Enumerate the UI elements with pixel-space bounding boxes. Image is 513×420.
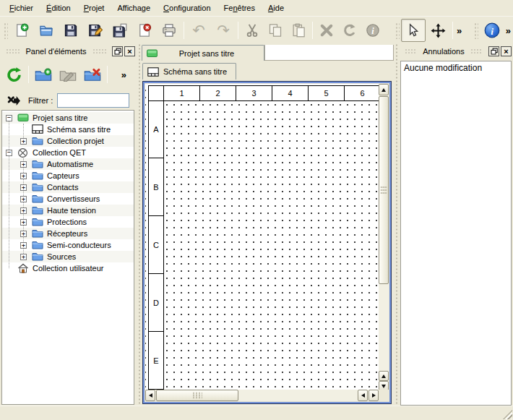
info-blue-icon: i <box>484 22 500 38</box>
tree-item-semi-conducteurs[interactable]: Semi-conducteurs <box>2 239 134 251</box>
folder-icon <box>32 252 43 262</box>
delete-button[interactable] <box>315 19 338 42</box>
print-button[interactable] <box>157 19 181 42</box>
filter-input[interactable] <box>57 93 129 108</box>
scroll-right-button[interactable] <box>368 390 379 401</box>
new-document-button[interactable] <box>9 19 34 42</box>
scroll-left-button[interactable] <box>145 390 155 401</box>
tree-item-protections[interactable]: Protections <box>2 216 134 228</box>
close-file-button[interactable] <box>132 19 157 42</box>
tab-project[interactable]: Projet sans titre <box>142 45 264 61</box>
expand-icon[interactable] <box>20 161 27 168</box>
tree-item-sources[interactable]: Sources <box>2 251 134 262</box>
tree-item-haute-tension[interactable]: Haute tension <box>2 205 134 216</box>
expand-icon[interactable] <box>20 254 27 260</box>
save-as-button[interactable] <box>83 19 108 42</box>
tree-item-capteurs[interactable]: Capteurs <box>2 170 134 181</box>
expand-icon[interactable] <box>20 207 27 214</box>
menu-edition[interactable]: Édition <box>40 1 77 14</box>
toolbar-overflow-button[interactable]: » <box>455 25 463 36</box>
toolbar-drag-handle[interactable] <box>395 22 400 39</box>
selection-mode-button[interactable] <box>401 19 426 42</box>
element-info-button[interactable]: i <box>361 19 384 42</box>
dock-close-button[interactable]: × <box>124 46 135 56</box>
toolbar-drag-handle[interactable] <box>473 22 478 39</box>
expand-icon[interactable] <box>20 196 27 202</box>
tree-item-contacts[interactable]: Contacts <box>2 181 134 193</box>
toolbar-overflow-button[interactable]: » <box>504 25 512 36</box>
new-category-button[interactable] <box>31 61 56 87</box>
tree-item-convertisseurs[interactable]: Convertisseurs <box>2 193 134 205</box>
expand-icon[interactable] <box>20 184 27 191</box>
menu-affichage[interactable]: Affichage <box>111 1 157 14</box>
expand-icon[interactable] <box>20 242 27 249</box>
save-button[interactable] <box>59 19 83 42</box>
open-project-button[interactable] <box>34 19 59 42</box>
undo-dock: Annulations × Aucune modification <box>399 43 513 406</box>
horizontal-scrollbar[interactable] <box>145 390 379 401</box>
toolbar-drag-handle[interactable] <box>3 22 8 39</box>
expand-icon[interactable] <box>20 173 27 179</box>
edit-category-button[interactable] <box>56 61 80 87</box>
tab-schema[interactable]: Schéma sans titre <box>142 63 236 80</box>
thumb-grip <box>381 186 387 194</box>
copy-button[interactable] <box>264 19 287 42</box>
tree-item-automatisme[interactable]: Automatisme <box>2 158 134 170</box>
diagram-canvas[interactable]: 1 2 3 4 5 6 A B C D E <box>145 84 379 390</box>
resize-grip[interactable] <box>503 410 512 419</box>
dock-close-button[interactable]: × <box>501 46 512 56</box>
float-icon <box>114 48 121 55</box>
clear-filter-icon[interactable] <box>7 95 21 107</box>
about-info-button[interactable]: i <box>480 19 504 42</box>
reload-collections-button[interactable] <box>1 61 26 87</box>
cut-button[interactable] <box>241 19 264 42</box>
schema-sheet-icon <box>32 124 43 134</box>
info-toolbar: i » <box>472 19 513 42</box>
folder-icon <box>32 159 43 169</box>
collapse-icon[interactable] <box>6 115 12 121</box>
tree-item-collection-qet[interactable]: Collection QET <box>2 147 134 158</box>
expand-icon[interactable] <box>20 138 27 145</box>
paste-button[interactable] <box>287 19 310 42</box>
delete-category-button[interactable] <box>80 61 105 87</box>
dock-float-button[interactable] <box>112 46 123 56</box>
tree-item-collection-utilisateur[interactable]: Collection utilisateur <box>2 262 134 274</box>
redo-button[interactable]: ↷ <box>211 19 236 42</box>
scroll-up-button[interactable] <box>379 84 389 95</box>
undo-history-item[interactable]: Aucune modification <box>401 61 511 74</box>
collapse-icon[interactable] <box>6 150 12 156</box>
splitter-left[interactable] <box>137 43 142 406</box>
tree-item-label: Sources <box>47 252 76 261</box>
menu-configuration[interactable]: Configuration <box>157 1 217 14</box>
expand-icon[interactable] <box>20 231 27 237</box>
undo-history-list[interactable]: Aucune modification <box>400 61 512 406</box>
project-area: Projet sans titre Schéma sans titre 1 2 … <box>142 43 394 406</box>
tree-item-label: Haute tension <box>47 206 96 215</box>
menu-fichier[interactable]: Fichier <box>3 1 40 14</box>
expand-icon[interactable] <box>20 219 27 226</box>
dock-title-texture <box>405 48 417 54</box>
vertical-scrollbar[interactable] <box>379 84 389 391</box>
tree-item-schema[interactable]: Schéma sans titre <box>2 124 134 135</box>
move-mode-button[interactable] <box>426 19 450 42</box>
horizontal-scroll-thumb[interactable] <box>156 390 238 401</box>
vertical-scroll-thumb[interactable] <box>379 96 389 284</box>
save-all-button[interactable] <box>108 19 132 42</box>
rotate-button[interactable] <box>338 19 361 42</box>
undo-icon: ↶ <box>192 23 205 38</box>
scroll-up-button[interactable] <box>379 371 389 381</box>
dock-float-button[interactable] <box>488 46 499 56</box>
menu-fenetres[interactable]: Fenêtres <box>217 1 262 14</box>
tree-item-project[interactable]: Projet sans titre <box>2 112 134 124</box>
delete-icon <box>319 23 334 38</box>
splitter-right[interactable] <box>394 43 399 406</box>
folder-icon <box>32 182 43 192</box>
menu-projet[interactable]: Projet <box>77 1 111 14</box>
undo-button[interactable]: ↶ <box>186 19 211 42</box>
menu-aide[interactable]: Aide <box>262 1 290 14</box>
tree-item-label: Capteurs <box>47 171 79 180</box>
toolbar-overflow-button[interactable]: » <box>120 69 128 80</box>
tree-item-collection-projet[interactable]: Collection projet <box>2 135 134 147</box>
scroll-left-button[interactable] <box>358 390 368 401</box>
tree-item-recepteurs[interactable]: Récepteurs <box>2 228 134 239</box>
